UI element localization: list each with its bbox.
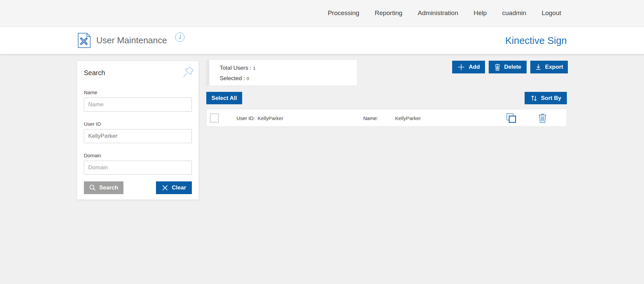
search-button[interactable]: Search bbox=[84, 181, 123, 194]
user-id-input[interactable] bbox=[84, 129, 192, 143]
row-name-value: KellyParker bbox=[395, 115, 421, 121]
selected-label: Selected : bbox=[220, 75, 247, 81]
nav-item-help[interactable]: Help bbox=[474, 9, 487, 17]
add-user-button[interactable]: Add bbox=[452, 61, 485, 73]
sort-by-button-label: Sort By bbox=[541, 95, 561, 102]
close-icon bbox=[162, 184, 168, 191]
page-header: User Maintenance i Kinective Sign bbox=[0, 27, 644, 54]
clear-button[interactable]: Clear bbox=[156, 181, 192, 194]
delete-users-button[interactable]: Delete bbox=[489, 61, 527, 73]
search-icon bbox=[89, 184, 96, 191]
row-user-id-value: KellyParker bbox=[258, 115, 283, 121]
info-icon[interactable]: i bbox=[175, 33, 184, 42]
name-input[interactable] bbox=[84, 98, 192, 112]
export-button-label: Export bbox=[545, 64, 563, 70]
toolbar: Add Delete Export bbox=[452, 61, 568, 73]
trash-icon bbox=[494, 63, 501, 71]
page-title: User Maintenance bbox=[96, 35, 167, 46]
nav-item-cuadmin[interactable]: cuadmin bbox=[502, 9, 526, 17]
copy-user-icon[interactable] bbox=[506, 113, 517, 123]
download-icon bbox=[535, 64, 542, 70]
domain-field-label: Domain bbox=[84, 153, 192, 158]
document-tools-icon bbox=[77, 33, 91, 48]
search-panel-title: Search bbox=[84, 69, 192, 77]
row-user-id-label: User ID: bbox=[236, 115, 255, 121]
nav-item-processing[interactable]: Processing bbox=[328, 9, 359, 17]
select-all-button-label: Select All bbox=[212, 95, 237, 102]
domain-input[interactable] bbox=[84, 161, 192, 175]
add-button-label: Add bbox=[469, 64, 480, 70]
total-users-value: 1 bbox=[253, 66, 255, 71]
search-button-label: Search bbox=[99, 184, 118, 191]
user-id-field-label: User ID bbox=[84, 121, 192, 127]
summary-box: Total Users : 1 Selected : 0 bbox=[206, 60, 357, 86]
sort-by-button[interactable]: Sort By bbox=[525, 92, 567, 104]
name-field-label: Name bbox=[84, 90, 192, 95]
nav-item-reporting[interactable]: Reporting bbox=[375, 9, 402, 17]
top-navigation: Processing Reporting Administration Help… bbox=[0, 0, 644, 26]
select-all-button[interactable]: Select All bbox=[206, 92, 242, 104]
sort-arrows-icon bbox=[530, 95, 538, 102]
brand-logo-text: Kinective Sign bbox=[505, 35, 567, 46]
selected-value: 0 bbox=[247, 76, 249, 81]
row-name-label: Name: bbox=[363, 115, 378, 121]
user-list-row: User ID: KellyParker Name: KellyParker bbox=[206, 109, 567, 127]
clear-button-label: Clear bbox=[172, 184, 186, 191]
row-checkbox[interactable] bbox=[210, 114, 219, 122]
plus-icon bbox=[457, 63, 465, 71]
pushpin-icon[interactable] bbox=[182, 66, 195, 78]
delete-user-icon[interactable] bbox=[538, 113, 547, 123]
nav-item-administration[interactable]: Administration bbox=[418, 9, 458, 17]
search-panel: Search Name User ID Domain Search Clear bbox=[77, 61, 199, 200]
nav-item-logout[interactable]: Logout bbox=[542, 9, 561, 17]
delete-button-label: Delete bbox=[504, 64, 521, 70]
total-users-label: Total Users : bbox=[220, 65, 253, 71]
export-button[interactable]: Export bbox=[530, 61, 568, 73]
